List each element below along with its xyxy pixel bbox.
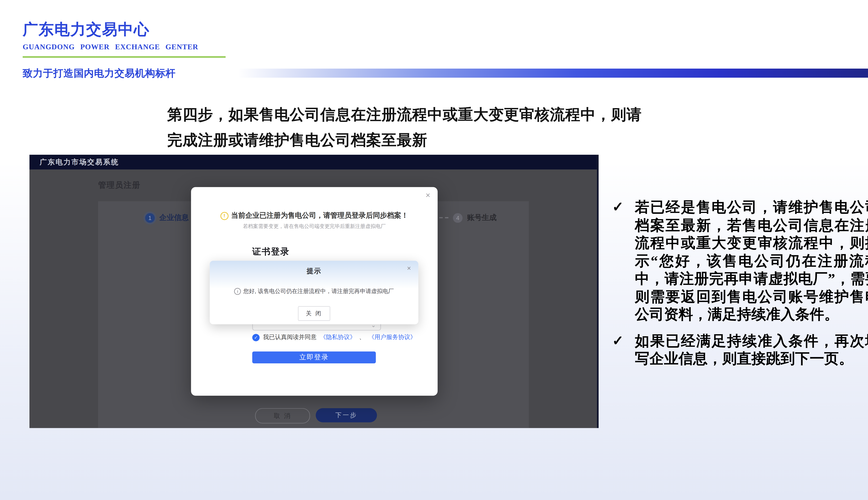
tip-dialog: 提示 × ! 您好, 该售电公司仍在注册流程中，请注册完再申请虚拟电厂 关 闭 [210,261,418,324]
green-underline [23,56,226,58]
cancel-button[interactable]: 取 消 [255,408,310,423]
note-text: 若已经是售电公司，请维护售电公司档案至最新，若售电公司信息在注册流程中或重大变更… [635,198,868,323]
agreement-row: ✓ 我已认真阅读并同意 《隐私协议》 、 《用户服务协议》 [252,333,416,341]
note-item: ✓ 如果已经满足持续准入条件，再次填写企业信息，则直接跳到下一页。 [612,332,868,368]
login-modal: × ! 当前企业已注册为售电公司，请管理员登录后同步档案！ 若档案需要变更，请在… [191,187,437,396]
page-title: 管理员注册 [98,180,141,191]
step-heading-line2: 完成注册或请维护售电公司档案至最新 [167,128,655,153]
logo-tagline: 致力于打造国内电力交易机构标杆 [23,66,176,80]
login-title: 证书登录 [252,246,290,258]
step-label: 账号生成 [467,213,497,223]
next-step-button[interactable]: 下一步 [316,408,377,422]
agreement-text: 我已认真阅读并同意 [263,333,317,341]
close-icon[interactable]: × [407,264,411,272]
stepper-step-account-generate: 4 账号生成 [453,213,496,223]
step-number-badge: 1 [145,213,155,223]
app-titlebar: 广东电力市场交易系统 [30,155,597,169]
step-number-badge: 4 [453,213,462,223]
stepper-step-company-info: 1 企业信息 [145,213,189,223]
info-icon: ! [234,288,241,295]
logo-subtitle: GUANGDONG POWER EXCHANGE GENTER [23,43,198,52]
note-item: ✓ 若已经是售电公司，请维护售电公司档案至最新，若售电公司信息在注册流程中或重大… [612,198,868,323]
checkmark-bullet-icon: ✓ [612,332,635,368]
blue-gradient-bar [238,69,868,78]
checkmark-bullet-icon: ✓ [612,198,635,323]
tip-body: ! 您好, 该售电公司仍在注册流程中，请注册完再申请虚拟电厂 [210,287,418,295]
separator: 、 [359,333,365,341]
warning-text: 当前企业已注册为售电公司，请管理员登录后同步档案！ [231,211,408,221]
slide: 广东电力交易中心 GUANGDONG POWER EXCHANGE GENTER… [0,0,868,500]
privacy-policy-link[interactable]: 《隐私协议》 [320,333,356,341]
tip-message: 您好, 该售电公司仍在注册流程中，请注册完再申请虚拟电厂 [243,287,394,295]
notes-column: ✓ 若已经是售电公司，请维护售电公司档案至最新，若售电公司信息在注册流程中或重大… [612,198,868,376]
step-label: 企业信息 [159,213,189,223]
step-heading-line1: 第四步，如果售电公司信息在注册流程中或重大变更审核流程中，则请 [167,102,655,128]
step-heading: 第四步，如果售电公司信息在注册流程中或重大变更审核流程中，则请 完成注册或请维护… [167,102,655,153]
agreement-checkbox[interactable]: ✓ [252,334,260,341]
warning-subtext: 若档案需要变更，请在售电公司端变更完毕后重新注册虚拟电厂 [191,223,437,230]
tip-close-button[interactable]: 关 闭 [298,306,330,321]
note-text: 如果已经满足持续准入条件，再次填写企业信息，则直接跳到下一页。 [635,332,868,368]
tip-title: 提示 [210,266,418,276]
logo-title: 广东电力交易中心 [23,19,150,40]
warning-icon: ! [220,212,228,220]
service-agreement-link[interactable]: 《用户服务协议》 [368,333,416,341]
warning-row: ! 当前企业已注册为售电公司，请管理员登录后同步档案！ [191,211,437,221]
close-icon[interactable]: × [426,191,430,199]
login-now-button[interactable]: 立即登录 [252,351,376,363]
